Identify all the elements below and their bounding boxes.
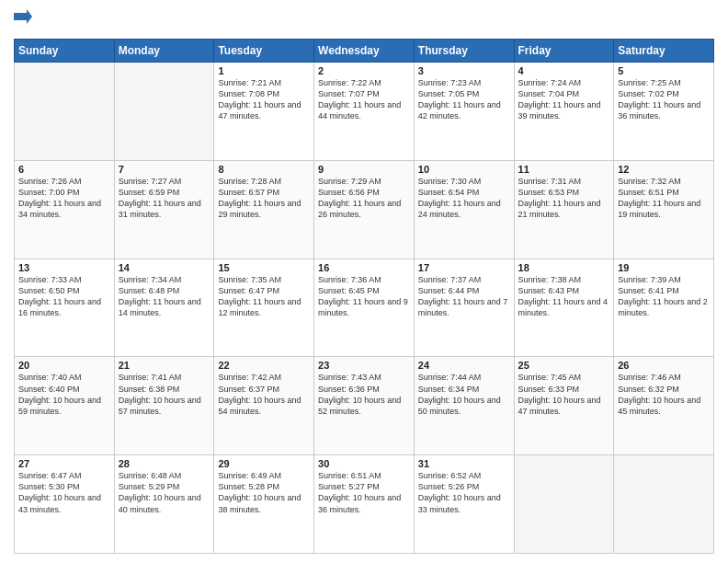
calendar-cell: 27Sunrise: 6:47 AM Sunset: 5:30 PM Dayli… xyxy=(15,455,115,554)
calendar-week-row: 13Sunrise: 7:33 AM Sunset: 6:50 PM Dayli… xyxy=(15,259,714,357)
calendar-cell: 13Sunrise: 7:33 AM Sunset: 6:50 PM Dayli… xyxy=(15,259,115,357)
day-info: Sunrise: 7:29 AM Sunset: 6:56 PM Dayligh… xyxy=(318,176,410,221)
calendar-cell: 26Sunrise: 7:46 AM Sunset: 6:32 PM Dayli… xyxy=(614,357,714,455)
calendar-cell: 23Sunrise: 7:43 AM Sunset: 6:36 PM Dayli… xyxy=(314,357,415,455)
day-number: 22 xyxy=(218,360,310,371)
calendar-cell: 15Sunrise: 7:35 AM Sunset: 6:47 PM Dayli… xyxy=(214,259,314,357)
day-info: Sunrise: 7:25 AM Sunset: 7:02 PM Dayligh… xyxy=(618,77,710,122)
day-number: 16 xyxy=(318,262,410,273)
calendar-cell: 3Sunrise: 7:23 AM Sunset: 7:05 PM Daylig… xyxy=(414,63,514,161)
calendar-cell: 18Sunrise: 7:38 AM Sunset: 6:43 PM Dayli… xyxy=(514,259,614,357)
day-header-monday: Monday xyxy=(114,40,214,63)
day-number: 1 xyxy=(218,65,310,76)
day-number: 23 xyxy=(318,360,410,371)
day-number: 19 xyxy=(618,262,710,273)
day-number: 13 xyxy=(18,262,110,273)
day-number: 3 xyxy=(418,65,510,76)
calendar-cell xyxy=(614,455,714,554)
day-info: Sunrise: 7:27 AM Sunset: 6:59 PM Dayligh… xyxy=(119,176,210,221)
calendar-week-row: 1Sunrise: 7:21 AM Sunset: 7:08 PM Daylig… xyxy=(15,63,714,161)
calendar-cell: 20Sunrise: 7:40 AM Sunset: 6:40 PM Dayli… xyxy=(15,357,115,455)
calendar-cell xyxy=(114,63,214,161)
calendar-cell xyxy=(15,63,115,161)
day-info: Sunrise: 7:36 AM Sunset: 6:45 PM Dayligh… xyxy=(318,274,410,319)
calendar-cell xyxy=(514,455,614,554)
day-info: Sunrise: 7:40 AM Sunset: 6:40 PM Dayligh… xyxy=(18,372,110,417)
day-number: 6 xyxy=(18,164,110,175)
calendar-week-row: 20Sunrise: 7:40 AM Sunset: 6:40 PM Dayli… xyxy=(15,357,714,455)
day-info: Sunrise: 7:24 AM Sunset: 7:04 PM Dayligh… xyxy=(518,77,610,122)
calendar-week-row: 27Sunrise: 6:47 AM Sunset: 5:30 PM Dayli… xyxy=(15,455,714,554)
day-number: 30 xyxy=(318,458,410,469)
calendar-cell: 11Sunrise: 7:31 AM Sunset: 6:53 PM Dayli… xyxy=(514,160,614,259)
day-number: 5 xyxy=(618,65,710,76)
calendar-cell: 31Sunrise: 6:52 AM Sunset: 5:26 PM Dayli… xyxy=(414,455,514,554)
day-info: Sunrise: 7:38 AM Sunset: 6:43 PM Dayligh… xyxy=(518,274,610,319)
calendar-cell: 17Sunrise: 7:37 AM Sunset: 6:44 PM Dayli… xyxy=(414,259,514,357)
day-info: Sunrise: 6:48 AM Sunset: 5:29 PM Dayligh… xyxy=(119,470,210,515)
day-info: Sunrise: 7:41 AM Sunset: 6:38 PM Dayligh… xyxy=(119,372,210,417)
day-info: Sunrise: 7:22 AM Sunset: 7:07 PM Dayligh… xyxy=(318,77,410,122)
calendar-cell: 19Sunrise: 7:39 AM Sunset: 6:41 PM Dayli… xyxy=(614,259,714,357)
calendar-cell: 2Sunrise: 7:22 AM Sunset: 7:07 PM Daylig… xyxy=(314,63,415,161)
day-info: Sunrise: 7:28 AM Sunset: 6:57 PM Dayligh… xyxy=(218,176,310,221)
calendar-cell: 4Sunrise: 7:24 AM Sunset: 7:04 PM Daylig… xyxy=(514,63,614,161)
day-info: Sunrise: 7:44 AM Sunset: 6:34 PM Dayligh… xyxy=(418,372,510,417)
svg-marker-0 xyxy=(14,9,32,24)
page: SundayMondayTuesdayWednesdayThursdayFrid… xyxy=(0,0,728,563)
day-header-saturday: Saturday xyxy=(614,40,714,63)
day-info: Sunrise: 7:46 AM Sunset: 6:32 PM Dayligh… xyxy=(618,372,710,417)
day-info: Sunrise: 7:34 AM Sunset: 6:48 PM Dayligh… xyxy=(119,274,210,319)
calendar-cell: 30Sunrise: 6:51 AM Sunset: 5:27 PM Dayli… xyxy=(314,455,415,554)
day-number: 20 xyxy=(18,360,110,371)
calendar-header-row: SundayMondayTuesdayWednesdayThursdayFrid… xyxy=(15,40,714,63)
logo-icon xyxy=(14,9,32,31)
calendar-cell: 12Sunrise: 7:32 AM Sunset: 6:51 PM Dayli… xyxy=(614,160,714,259)
day-info: Sunrise: 6:51 AM Sunset: 5:27 PM Dayligh… xyxy=(318,470,410,515)
day-header-sunday: Sunday xyxy=(15,40,115,63)
day-number: 21 xyxy=(119,360,210,371)
calendar-cell: 21Sunrise: 7:41 AM Sunset: 6:38 PM Dayli… xyxy=(114,357,214,455)
calendar-cell: 14Sunrise: 7:34 AM Sunset: 6:48 PM Dayli… xyxy=(114,259,214,357)
day-info: Sunrise: 7:26 AM Sunset: 7:00 PM Dayligh… xyxy=(18,176,110,221)
calendar-cell: 9Sunrise: 7:29 AM Sunset: 6:56 PM Daylig… xyxy=(314,160,415,259)
calendar-cell: 6Sunrise: 7:26 AM Sunset: 7:00 PM Daylig… xyxy=(15,160,115,259)
day-number: 25 xyxy=(518,360,610,371)
day-info: Sunrise: 6:49 AM Sunset: 5:28 PM Dayligh… xyxy=(218,470,310,515)
day-number: 2 xyxy=(318,65,410,76)
day-number: 17 xyxy=(418,262,510,273)
calendar-cell: 1Sunrise: 7:21 AM Sunset: 7:08 PM Daylig… xyxy=(214,63,314,161)
calendar-cell: 16Sunrise: 7:36 AM Sunset: 6:45 PM Dayli… xyxy=(314,259,415,357)
calendar-cell: 25Sunrise: 7:45 AM Sunset: 6:33 PM Dayli… xyxy=(514,357,614,455)
calendar-cell: 10Sunrise: 7:30 AM Sunset: 6:54 PM Dayli… xyxy=(414,160,514,259)
day-number: 27 xyxy=(18,458,110,469)
day-number: 15 xyxy=(218,262,310,273)
day-number: 12 xyxy=(618,164,710,175)
day-header-tuesday: Tuesday xyxy=(214,40,314,63)
calendar-cell: 28Sunrise: 6:48 AM Sunset: 5:29 PM Dayli… xyxy=(114,455,214,554)
day-number: 31 xyxy=(418,458,510,469)
day-info: Sunrise: 7:33 AM Sunset: 6:50 PM Dayligh… xyxy=(18,274,110,319)
day-info: Sunrise: 7:45 AM Sunset: 6:33 PM Dayligh… xyxy=(518,372,610,417)
day-info: Sunrise: 7:42 AM Sunset: 6:37 PM Dayligh… xyxy=(218,372,310,417)
day-info: Sunrise: 7:21 AM Sunset: 7:08 PM Dayligh… xyxy=(218,77,310,122)
day-info: Sunrise: 7:32 AM Sunset: 6:51 PM Dayligh… xyxy=(618,176,710,221)
day-header-friday: Friday xyxy=(514,40,614,63)
day-info: Sunrise: 6:52 AM Sunset: 5:26 PM Dayligh… xyxy=(418,470,510,515)
day-info: Sunrise: 7:39 AM Sunset: 6:41 PM Dayligh… xyxy=(618,274,710,319)
day-number: 24 xyxy=(418,360,510,371)
header xyxy=(14,9,714,31)
logo xyxy=(14,9,36,31)
day-number: 7 xyxy=(119,164,210,175)
day-info: Sunrise: 7:35 AM Sunset: 6:47 PM Dayligh… xyxy=(218,274,310,319)
calendar-cell: 8Sunrise: 7:28 AM Sunset: 6:57 PM Daylig… xyxy=(214,160,314,259)
day-number: 9 xyxy=(318,164,410,175)
calendar-cell: 29Sunrise: 6:49 AM Sunset: 5:28 PM Dayli… xyxy=(214,455,314,554)
day-number: 29 xyxy=(218,458,310,469)
calendar-table: SundayMondayTuesdayWednesdayThursdayFrid… xyxy=(14,39,714,554)
day-info: Sunrise: 6:47 AM Sunset: 5:30 PM Dayligh… xyxy=(18,470,110,515)
day-number: 8 xyxy=(218,164,310,175)
calendar-cell: 24Sunrise: 7:44 AM Sunset: 6:34 PM Dayli… xyxy=(414,357,514,455)
day-number: 11 xyxy=(518,164,610,175)
day-info: Sunrise: 7:37 AM Sunset: 6:44 PM Dayligh… xyxy=(418,274,510,319)
